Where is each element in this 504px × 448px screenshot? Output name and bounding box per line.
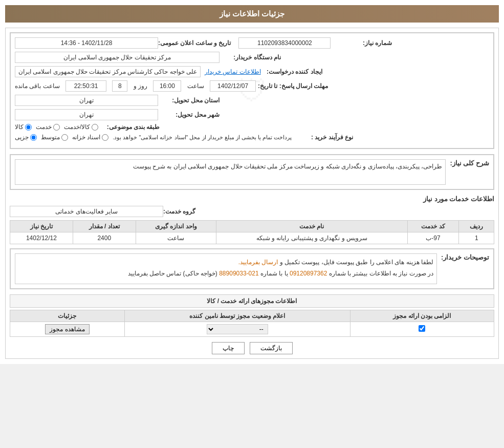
category-label-kala: کالا xyxy=(15,123,24,131)
buyer-notes-section: توصیحات خریدار: لطفا هزینه های اعلامی را… xyxy=(10,248,494,289)
perm-required-checkbox[interactable] xyxy=(419,325,425,332)
process-label: نوع فرآیند خرید : xyxy=(292,134,353,141)
group-value: سایر فعالیت‌های خدماتی xyxy=(10,206,163,217)
perm-col-required: الزامی بودن ارائه مجوز xyxy=(350,310,494,322)
perm-details-cell: مشاهده مجوز xyxy=(10,322,125,337)
deadline-row: مهلت ارسال پاسخ: تا تاریخ: 1402/12/07 سا… xyxy=(15,80,489,92)
process-note: پرداخت تمام یا بخشی از مبلغ خریدار از مح… xyxy=(113,134,292,141)
city-row: شهر محل تحویل: تهران xyxy=(15,109,489,120)
creator-label: ایجاد کننده درخواست: xyxy=(261,68,322,75)
process-label-motevaset: متوسط xyxy=(41,134,60,141)
process-radio-motevaset[interactable] xyxy=(61,134,68,141)
col-row-num: ردیف xyxy=(459,221,494,232)
col-unit: واحد اندازه گیری xyxy=(136,221,216,232)
col-quantity: تعداد / مقدار xyxy=(73,221,136,232)
category-radio-kala[interactable] xyxy=(25,124,32,131)
perm-table-body: -- مشاهده مجوز xyxy=(10,322,494,337)
process-radio-esnad[interactable] xyxy=(102,134,108,141)
permissions-title: اطلاعات مجوزهای ارائه خدمت / کالا xyxy=(10,294,494,308)
category-option-kala-khedmat[interactable]: کالا/خدمت xyxy=(64,123,98,131)
need-number-row: شماره نیاز: 1102093834000002 تاریخ و ساع… xyxy=(15,37,489,49)
cell-quantity: 2400 xyxy=(73,232,136,244)
notes-phone1: 09120897362 xyxy=(290,270,327,277)
col-service-name: نام خدمت xyxy=(216,221,407,232)
process-label-jozi: جزیی xyxy=(15,134,29,141)
perm-table-header: الزامی بودن ارائه مجوز اعلام وضعیت مجوز … xyxy=(10,310,494,322)
buyer-org-row: نام دستگاه خریدار: مرکز تحقیقات حلال جمه… xyxy=(15,52,489,63)
province-row: استان محل تحویل: تهران xyxy=(15,95,489,106)
deadline-time-label: ساعت xyxy=(187,82,204,90)
deadline-date: 1402/12/07 xyxy=(210,80,256,92)
perm-status-cell: -- xyxy=(124,322,350,337)
print-button[interactable]: چاپ xyxy=(212,342,245,354)
creator-value: علی خواجه حاکی کارشناس مرکز تحقیقات حلال… xyxy=(15,66,201,77)
province-label: استان محل تحویل: xyxy=(158,97,220,104)
contact-link[interactable]: اطلاعات تماس خریدار xyxy=(205,68,261,75)
table-row: 1 97-ب سرویس و نگهداری و پشتیبانی رایانه… xyxy=(10,232,494,244)
view-permit-button[interactable]: مشاهده مجوز xyxy=(45,324,89,334)
cell-service-name: سرویس و نگهداری و پشتیبانی رایانه و شبکه xyxy=(216,232,407,244)
deadline-days-label: روز و xyxy=(134,82,147,90)
province-value: تهران xyxy=(15,95,158,106)
services-table-header-row: ردیف کد خدمت نام خدمت واحد اندازه گیری ت… xyxy=(10,221,494,232)
permissions-table: الزامی بودن ارائه مجوز اعلام وضعیت مجوز … xyxy=(10,310,494,337)
buyer-org-label: نام دستگاه خریدار: xyxy=(220,54,281,61)
process-label-esnad: اسناد خزانه xyxy=(72,134,100,141)
announce-datetime-value: 1402/11/28 - 14:36 xyxy=(15,37,158,49)
footer-buttons: بازگشت چاپ xyxy=(10,342,494,354)
process-option-jozi[interactable]: جزیی xyxy=(15,134,37,141)
creator-row: ایجاد کننده درخواست: اطلاعات تماس خریدار… xyxy=(15,66,489,77)
category-option-khedmat[interactable]: خدمت xyxy=(36,123,60,131)
notes-label: توصیحات خریدار: xyxy=(441,253,489,261)
category-label-kala-khedmat: کالا/خدمت xyxy=(64,123,90,131)
description-label: شرح کلی نیاز: xyxy=(450,159,489,167)
city-label: شهر محل تحویل: xyxy=(158,111,220,118)
perm-status-select[interactable]: -- xyxy=(207,324,268,334)
group-label: گروه خدمت: xyxy=(163,208,195,215)
category-option-kala[interactable]: کالا xyxy=(15,123,32,131)
page-container: جزئیات اطلاعات نیاز 🛡 شماره نیاز: 110209… xyxy=(0,0,504,364)
perm-required-cell xyxy=(350,322,494,337)
announce-datetime-label: تاریخ و ساعت اعلان عمومی: xyxy=(158,39,231,47)
cell-service-code: 97-ب xyxy=(407,232,459,244)
main-content: 🛡 شماره نیاز: 1102093834000002 تاریخ و س… xyxy=(5,28,499,359)
buyer-org-value: مرکز تحقیقات حلال جمهوری اسلامی ایران xyxy=(15,52,220,63)
page-header: جزئیات اطلاعات نیاز xyxy=(5,5,499,23)
col-date: تاریخ نیاز xyxy=(10,221,73,232)
process-radio-jozi[interactable] xyxy=(30,134,37,141)
category-label: طبقه بندی موضوعی: xyxy=(98,123,160,131)
description-text: طراحی، پیکربندی، پیاده‌سازی و نگه‌داری ش… xyxy=(133,163,443,170)
category-radio-group: کالا/خدمت خدمت کالا xyxy=(15,123,98,131)
process-option-motevaset[interactable]: متوسط xyxy=(41,134,68,141)
category-radio-kala-khedmat[interactable] xyxy=(92,124,98,131)
cell-row-num: 1 xyxy=(459,232,494,244)
cell-date: 1402/12/12 xyxy=(10,232,73,244)
group-row: گروه خدمت: سایر فعالیت‌های خدماتی xyxy=(10,206,494,217)
cell-unit: ساعت xyxy=(136,232,216,244)
notes-highlight-send: ارسال بفرمایید. xyxy=(238,259,278,266)
services-section: اطلاعات خدمات مورد نیاز گروه خدمت: سایر … xyxy=(10,195,494,244)
page-title: جزئیات اطلاعات نیاز xyxy=(220,9,284,18)
table-row: -- مشاهده مجوز xyxy=(10,322,494,337)
perm-col-status: اعلام وضعیت مجوز توسط نامین کننده xyxy=(124,310,350,322)
deadline-time: 16:00 xyxy=(153,80,181,92)
process-option-esnad[interactable]: اسناد خزانه xyxy=(72,134,108,141)
col-service-code: کد خدمت xyxy=(407,221,459,232)
back-button[interactable]: بازگشت xyxy=(250,342,293,354)
notes-line2: در صورت نیاز به اطلاعات بیشتر با شماره 0… xyxy=(18,268,433,280)
deadline-remaining-label: ساعت باقی مانده xyxy=(15,82,60,90)
services-table: ردیف کد خدمت نام خدمت واحد اندازه گیری ت… xyxy=(10,220,494,244)
category-radio-khedmat[interactable] xyxy=(53,124,60,131)
permissions-section: اطلاعات مجوزهای ارائه خدمت / کالا الزامی… xyxy=(10,294,494,337)
need-number-label: شماره نیاز: xyxy=(331,39,392,47)
deadline-remaining: 22:50:31 xyxy=(65,80,106,92)
deadline-label: مهلت ارسال پاسخ: تا تاریخ: xyxy=(258,82,328,90)
services-table-body: 1 97-ب سرویس و نگهداری و پشتیبانی رایانه… xyxy=(10,232,494,244)
city-value: تهران xyxy=(15,109,158,120)
process-row: نوع فرآیند خرید : پرداخت تمام یا بخشی از… xyxy=(15,134,489,141)
services-title: اطلاعات خدمات مورد نیاز xyxy=(10,195,494,203)
description-section: شرح کلی نیاز: طراحی، پیکربندی، پیاده‌ساز… xyxy=(10,154,494,190)
process-radio-group: اسناد خزانه متوسط جزیی xyxy=(15,134,108,141)
deadline-days: 8 xyxy=(112,80,127,92)
category-row: طبقه بندی موضوعی: کالا/خدمت خدمت کالا xyxy=(15,123,489,131)
